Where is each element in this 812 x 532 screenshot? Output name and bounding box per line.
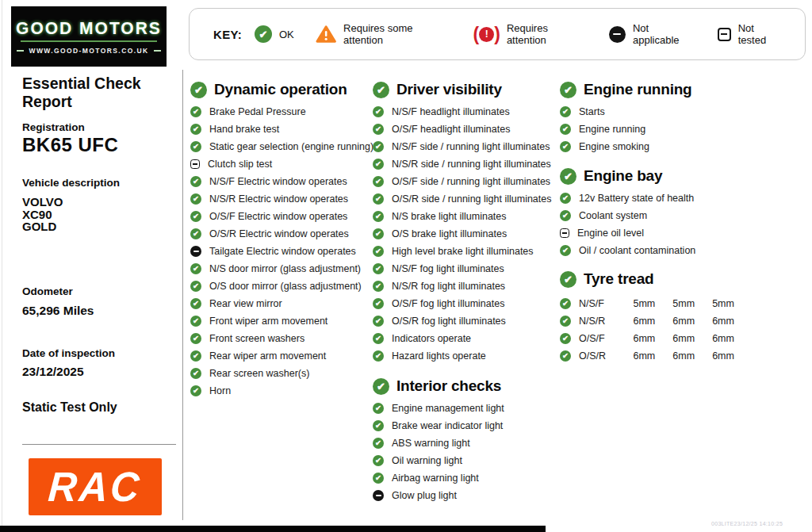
check-item: O/S brake light illuminates [373, 225, 557, 243]
vehicle-description-label: Vehicle description [22, 177, 120, 189]
check-item: Hazard lights operate [373, 347, 557, 365]
check-item: Oil warning light [373, 452, 557, 469]
bottom-black-bar [0, 526, 546, 532]
check-item-label: Hand brake test [209, 124, 279, 135]
check-item: Rear wiper arm movement [190, 347, 374, 365]
check-item: Engine management light [373, 400, 557, 417]
status-icon [373, 141, 384, 152]
check-item: Coolant system [560, 207, 744, 224]
status-icon [373, 403, 384, 414]
check-item-label: Engine running [579, 124, 645, 135]
check-item: 12v Battery state of health [560, 189, 744, 207]
status-icon [560, 106, 571, 117]
status-icon [560, 124, 571, 135]
check-list: Engine management light Brake wear indic… [373, 400, 557, 504]
tyre-row: O/S/R 6mm 6mm 6mm [560, 347, 744, 365]
section-title: Engine bay [584, 167, 662, 185]
check-item: Engine running [560, 121, 744, 138]
check-item: O/S/F side / running light illuminates [373, 173, 557, 190]
check-item-label: Oil warning light [392, 455, 462, 466]
check-item: O/S/F Electric window operates [190, 208, 374, 225]
tyre-depth-value: 6mm [712, 333, 744, 344]
status-icon [190, 228, 201, 239]
tyre-tread-table: N/S/F 5mm 5mm 5mm N/S/R 6mm 6mm 6mm O/S/… [560, 295, 744, 365]
status-icon [190, 106, 201, 117]
check-list: Starts Engine running Engine smoking [560, 103, 744, 155]
check-item-label: Rear wiper arm movement [209, 350, 326, 362]
section-header: Tyre tread [560, 269, 744, 289]
tyre-row: N/S/F 5mm 5mm 5mm [560, 295, 744, 312]
check-item-label: Airbag warning light [392, 473, 479, 484]
status-icon [190, 333, 201, 344]
sidebar-divider [182, 70, 183, 520]
section-title: Driver visibility [396, 81, 502, 98]
status-icon [373, 176, 384, 187]
check-item-label: N/S/R side / running light illuminates [392, 159, 551, 170]
tyre-depth-value: 6mm [672, 350, 704, 362]
rac-logo-text: RAC [47, 466, 143, 508]
check-item: Static gear selection (engine running) [190, 138, 374, 155]
page-edge-line [2, 0, 2, 532]
status-icon [190, 193, 201, 205]
status-icon [373, 159, 384, 170]
tyre-depth-value: 5mm [633, 298, 665, 309]
status-icon [373, 106, 384, 117]
check-item-label: 12v Battery state of health [579, 193, 694, 204]
status-icon [560, 141, 571, 152]
inspection-date-label: Date of inspection [22, 347, 115, 359]
check-item: Indicators operate [373, 330, 557, 347]
tyre-depth-value: 6mm [633, 350, 665, 362]
check-item: O/S/R fog light illuminates [373, 312, 557, 330]
status-icon [373, 350, 384, 362]
status-icon [190, 298, 201, 309]
check-item-label: O/S/F fog light illuminates [392, 298, 504, 309]
check-item: N/S door mirror (glass adjustment) [190, 260, 374, 277]
footer-stamp: 003LITE23/12/25 14:10:25 [711, 521, 783, 526]
check-item-label: O/S/R Electric window operates [209, 228, 349, 239]
check-item-label: O/S/F Electric window operates [209, 211, 347, 222]
check-item-label: N/S door mirror (glass adjustment) [209, 263, 361, 274]
check-list: Brake Pedal Pressure Hand brake test Sta… [190, 103, 374, 400]
check-item-label: Rear screen washer(s) [209, 368, 309, 379]
column-engine-tyres: Engine running Starts Engine running Eng… [560, 79, 744, 365]
inspection-date-value: 23/12/2025 [22, 365, 84, 379]
check-item: O/S door mirror (glass adjustment) [190, 277, 374, 295]
check-item: Oil / coolant contamination [560, 242, 744, 259]
key-item-some-attention: Requires some attention [316, 22, 453, 46]
status-icon [373, 228, 384, 239]
check-item-label: O/S/F side / running light illuminates [392, 176, 550, 187]
check-item-label: Engine oil level [577, 228, 644, 239]
section-title: Interior checks [396, 377, 501, 395]
check-item: N/S/F side / running light illuminates [373, 138, 557, 155]
status-icon [373, 263, 384, 274]
not-tested-icon [718, 28, 731, 41]
ok-icon [560, 271, 576, 288]
status-icon [373, 211, 384, 222]
status-icon [560, 210, 571, 221]
tyre-depth-value: 6mm [672, 316, 704, 327]
tyre-position-label: N/S/R [579, 316, 625, 327]
key-item-attention: ( ! ) Requires attention [474, 22, 588, 46]
column-driver-visibility: Driver visibility N/S/F headlight illumi… [373, 79, 557, 504]
check-item: Rear view mirror [190, 295, 374, 312]
test-type: Static Test Only [22, 400, 117, 415]
vehicle-line: XC90 [22, 209, 63, 221]
check-item-label: N/S/F Electric window operates [209, 176, 347, 187]
check-item: O/S/F fog light illuminates [373, 295, 557, 312]
ok-icon [255, 25, 272, 43]
check-item-label: N/S/R fog light illuminates [392, 281, 505, 292]
section-header: Dynamic operation [190, 79, 374, 100]
status-icon [373, 316, 384, 327]
check-item-label: Oil / coolant contamination [579, 245, 695, 256]
vehicle-line: GOLD [22, 220, 63, 233]
check-item-label: Brake Pedal Pressure [209, 106, 306, 117]
vehicle-line: VOLVO [22, 196, 63, 209]
column-dynamic-operation: Dynamic operation Brake Pedal Pressure H… [190, 79, 374, 400]
check-item-label: Tailgate Electric window operates [209, 246, 356, 257]
check-item: N/S/F headlight illuminates [373, 103, 557, 121]
check-item: Rear screen washer(s) [190, 365, 374, 382]
check-item-label: Glow plug light [392, 490, 457, 501]
check-item-label: O/S brake light illuminates [392, 228, 507, 239]
status-icon [373, 455, 384, 466]
report-title: Essential Check Report [22, 75, 173, 111]
